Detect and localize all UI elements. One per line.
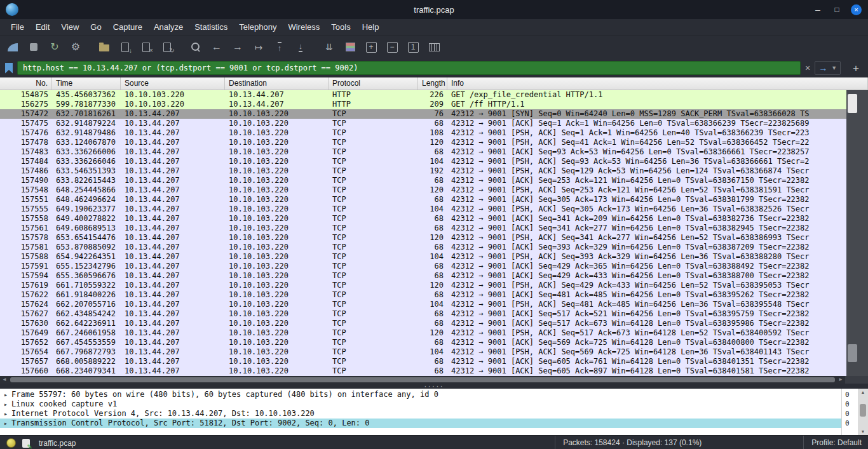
filter-apply-button[interactable]: → ▼	[815, 61, 841, 75]
go-to-packet-button[interactable]	[250, 38, 268, 56]
packet-row[interactable]: 157476632.91487948610.13.44.20710.10.103…	[0, 128, 868, 138]
column-header-info[interactable]: Info	[447, 77, 868, 90]
packet-row[interactable]: 157619661.71055932210.13.44.20710.10.103…	[0, 281, 868, 290]
menu-tools[interactable]: Tools	[325, 19, 356, 35]
menu-analyze[interactable]: Analyze	[148, 19, 189, 35]
expander-icon[interactable]	[0, 419, 11, 428]
packet-row[interactable]: 157622661.91840022610.13.44.20710.10.103…	[0, 290, 868, 300]
stop-capture-button[interactable]	[25, 38, 43, 56]
hscroll-left-arrow-icon[interactable]: ◄	[0, 376, 9, 384]
packet-row[interactable]: 157484633.33626604610.13.44.20710.10.103…	[0, 157, 868, 166]
details-scrollbar-thumb[interactable]	[860, 404, 866, 417]
packet-row[interactable]: 157478633.12406787010.13.44.20710.10.103…	[0, 138, 868, 147]
packet-detail-row[interactable]: Transmission Control Protocol, Src Port:…	[0, 419, 841, 428]
packet-row[interactable]: 157555649.19062337710.13.44.20710.10.103…	[0, 204, 868, 214]
packet-row[interactable]: 157630662.64223691110.13.44.20710.10.103…	[0, 319, 868, 328]
menu-go[interactable]: Go	[85, 19, 107, 35]
column-header-protocol[interactable]: Protocol	[329, 77, 418, 90]
details-vscrollbar[interactable]	[858, 389, 868, 435]
packet-row[interactable]: 157490633.82261544310.13.44.20710.10.103…	[0, 176, 868, 185]
details-scroll-up-icon[interactable]	[858, 390, 868, 394]
filter-add-button[interactable]	[853, 63, 859, 74]
expander-icon[interactable]	[0, 390, 11, 399]
go-forward-button[interactable]	[229, 38, 247, 56]
packet-row[interactable]: 157475632.91487922410.13.44.20710.10.103…	[0, 119, 868, 128]
menu-edit[interactable]: Edit	[30, 19, 55, 35]
reload-file-button[interactable]	[158, 38, 176, 56]
find-packet-button[interactable]	[187, 38, 205, 56]
close-file-button[interactable]	[137, 38, 155, 56]
packet-row[interactable]: 157581653.87088509210.13.44.20710.10.103…	[0, 243, 868, 252]
minimize-button[interactable]	[813, 4, 823, 15]
auto-scroll-button[interactable]	[320, 38, 338, 56]
packet-row[interactable]: 157561649.60868951310.13.44.20710.10.103…	[0, 224, 868, 233]
go-first-button[interactable]	[271, 38, 288, 56]
packet-detail-row[interactable]: Linux cooked capture v1	[0, 399, 841, 409]
packet-row[interactable]: 157483633.33626600610.13.44.20710.10.103…	[0, 147, 868, 157]
vscrollbar-thumb[interactable]	[848, 94, 857, 113]
zoom-out-button[interactable]	[383, 38, 401, 56]
packet-row[interactable]: 157472632.70181626110.13.44.20710.10.103…	[0, 109, 868, 119]
packet-row[interactable]: 157624662.20705571610.13.44.20710.10.103…	[0, 300, 868, 309]
packet-row[interactable]: 157652667.45455355910.13.44.20710.10.103…	[0, 338, 868, 347]
menu-statistics[interactable]: Statistics	[189, 19, 233, 35]
packet-row[interactable]: 156275599.78187733010.10.103.22010.13.44…	[0, 100, 868, 109]
expander-icon[interactable]	[0, 409, 11, 419]
packet-row[interactable]: 157657668.00588922210.13.44.20710.10.103…	[0, 357, 868, 366]
restart-capture-button[interactable]	[46, 38, 64, 56]
packet-row[interactable]: 157588654.94226435110.13.44.20710.10.103…	[0, 252, 868, 262]
packet-row[interactable]: 157548648.25444586610.13.44.20710.10.103…	[0, 185, 868, 195]
go-back-button[interactable]	[208, 38, 226, 56]
zoom-in-button[interactable]	[362, 38, 380, 56]
filter-clear-icon[interactable]	[805, 64, 810, 72]
packet-row[interactable]: 157558649.40027882210.13.44.20710.10.103…	[0, 214, 868, 224]
column-header-destination[interactable]: Destination	[225, 77, 329, 90]
filter-dropdown-caret-icon[interactable]: ▼	[831, 65, 837, 71]
menu-view[interactable]: View	[55, 19, 85, 35]
maximize-button[interactable]	[832, 4, 842, 15]
status-profile[interactable]: Profile: Default	[803, 436, 862, 449]
packet-row[interactable]: 157660668.23407934110.13.44.20710.10.103…	[0, 366, 868, 376]
close-button[interactable]	[851, 4, 862, 15]
menu-wireless[interactable]: Wireless	[282, 19, 325, 35]
hscroll-right-arrow-icon[interactable]: ►	[836, 376, 845, 384]
packet-row[interactable]: 157649667.24606195810.13.44.20710.10.103…	[0, 328, 868, 338]
column-header-time[interactable]: Time	[52, 77, 121, 90]
packet-row[interactable]: 157551648.46249662410.13.44.20710.10.103…	[0, 195, 868, 204]
filter-bookmark-icon[interactable]	[5, 63, 13, 74]
hscroll-track[interactable]	[9, 376, 836, 384]
expander-icon[interactable]	[0, 399, 11, 409]
save-file-button[interactable]	[116, 38, 134, 56]
menu-telephony[interactable]: Telephony	[233, 19, 282, 35]
colorize-packets-button[interactable]	[341, 38, 359, 56]
column-header-length[interactable]: Length	[418, 77, 447, 90]
column-header-source[interactable]: Source	[121, 77, 225, 90]
menu-capture[interactable]: Capture	[107, 19, 148, 35]
column-header-no[interactable]: No.	[0, 77, 52, 90]
packet-row[interactable]: 157578653.65415447610.13.44.20710.10.103…	[0, 233, 868, 243]
details-scroll-down-icon[interactable]	[858, 429, 868, 434]
packet-row[interactable]: 157591655.15234279610.13.44.20710.10.103…	[0, 262, 868, 271]
hscrollbar-thumb[interactable]	[10, 377, 835, 382]
packet-row[interactable]: 154875435.45603736210.10.103.22010.13.44…	[0, 90, 868, 100]
capture-options-button[interactable]	[67, 38, 85, 56]
packet-bytes-pane[interactable]: 0000	[841, 389, 858, 435]
packet-row[interactable]: 157594655.36059667610.13.44.20710.10.103…	[0, 271, 868, 281]
menu-file[interactable]: File	[5, 19, 30, 35]
packet-row[interactable]: 157486633.54635139310.13.44.20710.10.103…	[0, 166, 868, 176]
resize-columns-button[interactable]	[425, 38, 443, 56]
go-last-button[interactable]	[292, 38, 309, 56]
packet-detail-row[interactable]: Internet Protocol Version 4, Src: 10.13.…	[0, 409, 841, 419]
splitter-handle-icon[interactable]	[424, 385, 444, 387]
pane-splitter[interactable]	[0, 384, 868, 389]
menu-help[interactable]: Help	[356, 19, 385, 35]
packet-list-vscrollbar[interactable]	[846, 90, 868, 376]
display-filter-input[interactable]	[17, 61, 801, 75]
packet-detail-row[interactable]: Frame 55797: 60 bytes on wire (480 bits)…	[0, 390, 841, 399]
packet-row[interactable]: 157627662.43485424210.13.44.20710.10.103…	[0, 309, 868, 319]
start-capture-button[interactable]	[4, 38, 22, 56]
zoom-original-button[interactable]	[404, 38, 422, 56]
expert-info-icon[interactable]	[6, 438, 16, 448]
packet-row[interactable]: 157654667.79687279310.13.44.20710.10.103…	[0, 347, 868, 357]
packet-list-hscrollbar[interactable]: ◄ ►	[0, 376, 868, 384]
